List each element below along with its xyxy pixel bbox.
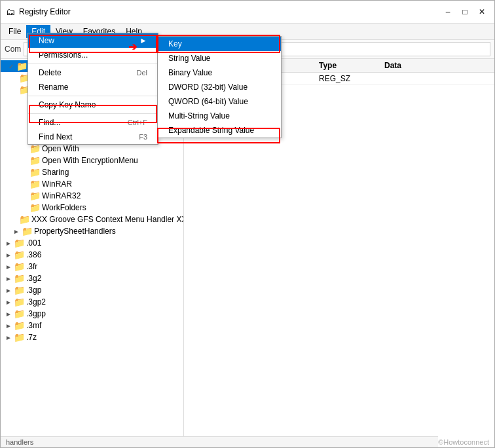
expander-icon: ► [3,275,14,282]
detail-row-default[interactable]: ab (Default) REG_SZ [184,73,494,85]
title-bar-left: 🗂 Registry Editor [6,7,71,17]
menu-favorites[interactable]: Favorites [78,25,120,38]
expander-icon: ► [3,322,14,329]
maximize-button[interactable]: □ [458,5,472,19]
folder-icon: 📁 [29,191,41,201]
header-name: Name [189,61,319,70]
tree-label: ModernSharing [42,132,96,141]
tree-label: XXX Groove GFS Context Menu Handler XXX [31,215,184,224]
tree-item-propertysheet[interactable]: ► 📁 PropertySheetHandlers [1,225,183,237]
tree-label: ContextMenuHandlers [29,62,107,71]
close-button[interactable]: ✕ [475,5,489,19]
minimize-button[interactable]: – [441,5,455,19]
row-name: (Default) [200,74,319,83]
tree-item-3gp[interactable]: ► 📁 .3gp [1,284,183,296]
folder-icon: 📁 [14,261,25,272]
folder-icon: 📁 [29,96,41,107]
tree-item-3mf[interactable]: ► 📁 .3mf [1,320,183,331]
expander-icon: ► [3,263,14,271]
folder-icon: 📁 [29,108,41,119]
tree-item-386[interactable]: ► 📁 .386 [1,249,183,261]
address-label: Com [5,45,21,54]
toolbar: Com [1,40,494,59]
tree-label: PropertySheetHandlers [34,227,116,236]
title-bar: 🗂 Registry Editor – □ ✕ [1,1,494,24]
tree-label: {90AA3A4E-1CBA-4233-B8BB-535773D48449} [31,73,184,83]
folder-icon: 📁 [19,214,30,225]
folder-icon: 📁 [29,143,41,154]
expander-icon: ✓ [6,63,16,70]
tree-label: ANotepad++64 [42,97,95,106]
tree-item-openwith[interactable]: 📁 Open With [1,143,183,155]
tree-label: .3gp [26,286,41,295]
tree-item-epp[interactable]: 📁 EPP [1,119,183,131]
expander-icon: ► [3,252,14,259]
tree-item-openwithencrp[interactable]: 📁 Open With EncryptionMenu [1,155,183,166]
tree-label: .3gp2 [26,297,46,307]
tree-item-3gp2[interactable]: ► 📁 .3gp2 [1,296,183,308]
folder-icon: 📁 [14,320,25,331]
tree-item-modernsharing[interactable]: 📁 ModernSharing [1,131,183,143]
tree-item-3fr[interactable]: ► 📁 .3fr [1,261,183,272]
status-text: handlers [1,436,438,447]
tree-item-anotepad[interactable]: 📁 ANotepad++64 [1,96,183,107]
tree-item-7z[interactable]: ► 📁 .7z [1,331,183,343]
folder-icon: 📁 [14,297,25,307]
tree-item-contextmenuhandlers[interactable]: ✓ 📁 ContextMenuHandlers [1,60,183,72]
expander-icon: ► [3,287,14,294]
folder-icon: 📁 [29,120,41,130]
folder-icon: 📁 [14,273,25,284]
folder-icon: 📁 [29,167,41,177]
tree-item-workfolders[interactable]: 📁 WorkFolders [1,202,183,214]
window-title: Registry Editor [19,7,71,16]
folder-icon: 📁 [29,179,41,189]
window-controls: – □ ✕ [441,5,489,19]
row-type: REG_SZ [319,74,384,83]
tree-label: WorkFolders [42,203,86,212]
address-input[interactable] [24,42,490,56]
tree-item-xxxgroove[interactable]: 📁 XXX Groove GFS Context Menu Handler XX… [1,214,183,225]
tree-label: Sharing [42,168,69,177]
menu-view[interactable]: View [50,25,78,38]
tree-item-3gpp[interactable]: ► 📁 .3gpp [1,308,183,320]
menu-edit[interactable]: Edit [26,25,50,38]
tree-item-001[interactable]: ► 📁 .001 [1,237,183,249]
tree-item-winrar32[interactable]: 📁 WinRAR32 [1,190,183,202]
tree-item-3g2[interactable]: ► 📁 .3g2 [1,272,183,284]
tree-item-sharing[interactable]: 📁 Sharing [1,166,183,178]
tree-label: .7z [26,333,37,342]
tree-label: .3fr [26,262,37,271]
menu-file[interactable]: File [3,25,26,38]
expander-icon: ► [11,228,22,235]
watermark: ©Howtoconnect [438,438,494,446]
tree-label: EPP [42,121,58,130]
value-icon: ab [189,74,198,83]
folder-icon: 📁 [22,226,33,236]
tree-label: .3mf [26,321,41,330]
tree-label: WinRAR [42,179,72,189]
tree-label: Open With [42,144,79,153]
detail-pane: Name Type Data ab (Default) REG_SZ [184,59,494,436]
tree-label: BB FlashBack 2 [42,109,98,118]
tree-label: .3g2 [26,274,41,283]
tree-label: Open With EncryptionMenu [42,156,138,165]
header-data: Data [384,61,489,70]
tree-label: .3gpp [26,309,46,318]
tree-item-guid1[interactable]: 📁 {90AA3A4E-1CBA-4233-B8BB-535773D48449} [1,72,183,84]
tree-label: .386 [26,250,41,259]
tree-label: .001 [26,238,41,248]
tree-item-guid2[interactable]: 📁 {a2a9545d-a0c2-42b4-9708-a0b2badd77c8} [1,84,183,96]
expander-icon: ► [3,299,14,306]
tree-pane[interactable]: ✓ 📁 ContextMenuHandlers 📁 {90AA3A4E-1CBA… [1,59,184,436]
app-icon: 🗂 [6,7,15,17]
menu-help[interactable]: Help [120,25,147,38]
folder-icon: 📁 [16,61,28,71]
folder-icon: 📁 [29,202,41,213]
folder-icon: 📁 [14,308,25,319]
folder-icon: 📁 [14,250,25,260]
tree-item-bbflash[interactable]: 📁 BB FlashBack 2 [1,107,183,119]
folder-icon: 📁 [29,132,41,142]
tree-item-winrar[interactable]: 📁 WinRAR [1,178,183,190]
tree-label: WinRAR32 [42,191,81,200]
expander-icon: ► [3,334,14,341]
